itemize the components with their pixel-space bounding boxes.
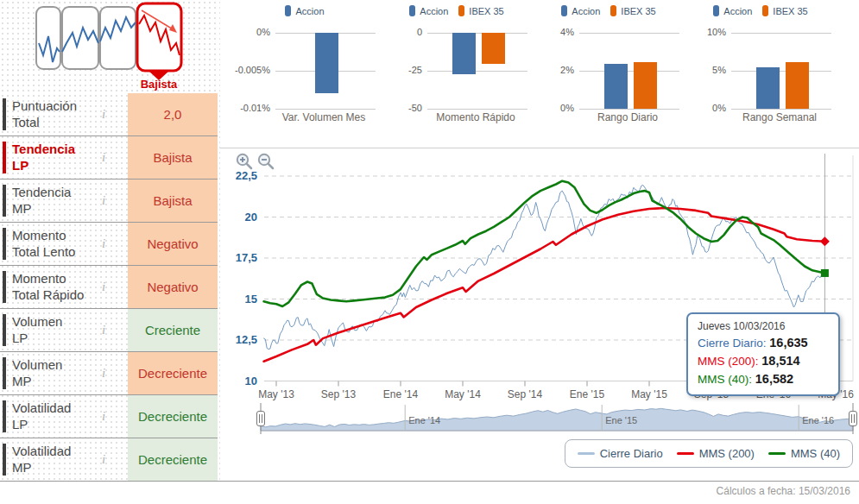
legend-item-mms-40[interactable]: MMS (40) xyxy=(768,447,840,460)
gridline xyxy=(427,33,527,34)
tooltip-label-mms40: MMS (40): xyxy=(698,373,752,386)
indicator-row-volumen-lp[interactable]: VolumenLP i Creciente xyxy=(0,309,218,352)
row-accent-bar xyxy=(3,400,6,432)
x-axis-label: May '15 xyxy=(631,388,667,400)
indicator-row-tendencia-lp[interactable]: TendenciaLP i Bajista xyxy=(0,136,218,180)
navigator-handle-left[interactable] xyxy=(257,412,265,426)
legend-item[interactable]: Accion xyxy=(561,5,600,16)
tooltip-value-cierre: 16,635 xyxy=(769,336,807,350)
series-mms-40- xyxy=(264,181,825,306)
mini-chart-title: Rango Semanal xyxy=(723,111,837,123)
trend-thumbnails[interactable]: Bajista xyxy=(0,0,220,91)
gridline xyxy=(731,109,831,110)
tooltip-value-mms200: 18,514 xyxy=(761,354,799,368)
indicator-row-volatilidad-mp[interactable]: VolatilidadMP i Decreciente xyxy=(0,438,218,482)
thumbnail-4-selected[interactable] xyxy=(137,3,181,71)
info-icon[interactable]: i xyxy=(95,107,112,122)
x-axis-label: Sep '13 xyxy=(321,388,357,400)
y-tick-label: 4% xyxy=(533,27,574,37)
info-icon[interactable]: i xyxy=(95,150,112,165)
legend-swatch xyxy=(762,5,768,16)
legend-item[interactable]: Accion xyxy=(713,5,752,16)
bar-accion xyxy=(604,64,628,109)
legend-item[interactable]: Accion xyxy=(409,5,448,16)
legend-swatch-cierre xyxy=(578,452,595,455)
info-icon[interactable]: i xyxy=(95,323,112,337)
chart-tooltip: Jueves 10/03/2016 Cierre Diario: 16,635 … xyxy=(686,312,840,396)
legend-label: IBEX 35 xyxy=(469,6,503,16)
y-axis-label: 22,5 xyxy=(236,169,257,182)
navigator-label: Ene '14 xyxy=(408,415,440,425)
indicator-row-momento-total-lento[interactable]: MomentoTotal Lento i Negativo xyxy=(0,223,218,266)
bar-accion xyxy=(452,33,476,74)
thumbnail-2[interactable] xyxy=(62,7,98,69)
tooltip-label-mms200: MMS (200): xyxy=(698,355,759,368)
thumbnail-1[interactable] xyxy=(36,7,60,69)
indicator-row-tendencia-mp[interactable]: TendenciaMP i Bajista xyxy=(0,180,218,223)
mini-chart-legend: AccionIBEX 35 xyxy=(533,5,685,16)
indicator-value: Creciente xyxy=(128,309,218,351)
legend-item-cierre-diario[interactable]: Cierre Diario xyxy=(578,447,663,460)
info-icon[interactable]: i xyxy=(95,409,112,424)
mini-chart-legend: Accion xyxy=(229,5,381,16)
mini-chart-legend: AccionIBEX 35 xyxy=(685,5,837,16)
zoom-in-icon xyxy=(235,152,254,171)
legend-swatch-mms40 xyxy=(768,452,786,455)
legend-item[interactable]: IBEX 35 xyxy=(610,5,655,16)
bar-accion xyxy=(315,33,338,93)
legend-swatch xyxy=(458,5,464,16)
navigator-handle-right[interactable] xyxy=(850,412,857,426)
mini-chart-var-volumen-mes: Accion0%-0.005%-0.01%Var. Volumen Mes xyxy=(229,0,381,131)
legend-item[interactable]: IBEX 35 xyxy=(762,5,807,16)
indicator-value: Decreciente xyxy=(128,395,218,438)
legend-item[interactable]: Accion xyxy=(285,5,324,16)
indicator-row-puntuacion-total[interactable]: PuntuaciónTotal i 2,0 xyxy=(0,93,218,136)
y-tick-label: 5% xyxy=(685,65,726,75)
info-icon[interactable]: i xyxy=(95,366,112,381)
bar-accion xyxy=(756,67,780,109)
gridline xyxy=(731,71,831,72)
y-tick-label: -0.01% xyxy=(229,103,270,113)
zoom-in-button[interactable] xyxy=(235,152,254,171)
indicator-label: VolumenLP xyxy=(12,314,95,347)
row-accent-bar xyxy=(3,142,6,173)
indicator-label: VolatilidadMP xyxy=(12,444,95,476)
info-icon[interactable]: i xyxy=(95,236,112,251)
legend-label: Accion xyxy=(723,6,752,16)
mini-charts-row: Accion0%-0.005%-0.01%Var. Volumen MesAcc… xyxy=(223,0,859,148)
thumbnail-3[interactable] xyxy=(100,7,136,69)
legend-label: Accion xyxy=(572,6,600,16)
info-icon[interactable]: i xyxy=(95,452,112,467)
tooltip-date: Jueves 10/03/2016 xyxy=(698,320,829,332)
indicator-row-momento-total-rapido[interactable]: MomentoTotal Rápido i Negativo xyxy=(0,266,218,309)
legend-swatch xyxy=(561,5,567,16)
y-tick-label: 0% xyxy=(533,103,574,113)
mini-chart-legend: AccionIBEX 35 xyxy=(381,5,533,16)
indicator-row-volumen-mp[interactable]: VolumenMP i Decreciente xyxy=(0,352,218,395)
bar-ibex-35 xyxy=(634,62,657,109)
y-axis-label: 20 xyxy=(245,211,257,224)
range-navigator[interactable]: Ene '14Ene '15Ene '16 xyxy=(223,403,859,438)
legend-label: Cierre Diario xyxy=(600,447,663,460)
y-tick-label: 0 xyxy=(381,27,422,37)
series-legend: Cierre Diario MMS (200) MMS (40) xyxy=(565,439,853,468)
stock-analysis-app: Bajista PuntuaciónTotal i 2,0 TendenciaL… xyxy=(0,0,859,504)
legend-item[interactable]: IBEX 35 xyxy=(458,5,503,16)
legend-item-mms-200[interactable]: MMS (200) xyxy=(677,447,755,460)
y-tick-label: -50 xyxy=(381,103,422,113)
info-icon[interactable]: i xyxy=(95,193,112,208)
y-axis-label: 17,5 xyxy=(236,251,257,264)
marker-diamond xyxy=(820,236,830,246)
zoom-out-button[interactable] xyxy=(256,152,275,171)
indicator-row-volatilidad-lp[interactable]: VolatilidadLP i Decreciente xyxy=(0,395,218,438)
indicator-value: 2,0 xyxy=(128,93,218,135)
indicator-label: TendenciaMP xyxy=(12,185,95,217)
y-axis-label: 12,5 xyxy=(236,333,257,346)
mini-chart-momento-r-pido: AccionIBEX 350-25-50Momento Rápido xyxy=(381,0,533,131)
indicator-value: Negativo xyxy=(128,266,218,308)
legend-swatch-mms200 xyxy=(677,452,694,455)
y-axis-label: 10 xyxy=(245,375,257,387)
indicator-value: Bajista xyxy=(128,180,218,222)
info-icon[interactable]: i xyxy=(95,280,112,294)
bar-ibex-35 xyxy=(482,33,505,64)
